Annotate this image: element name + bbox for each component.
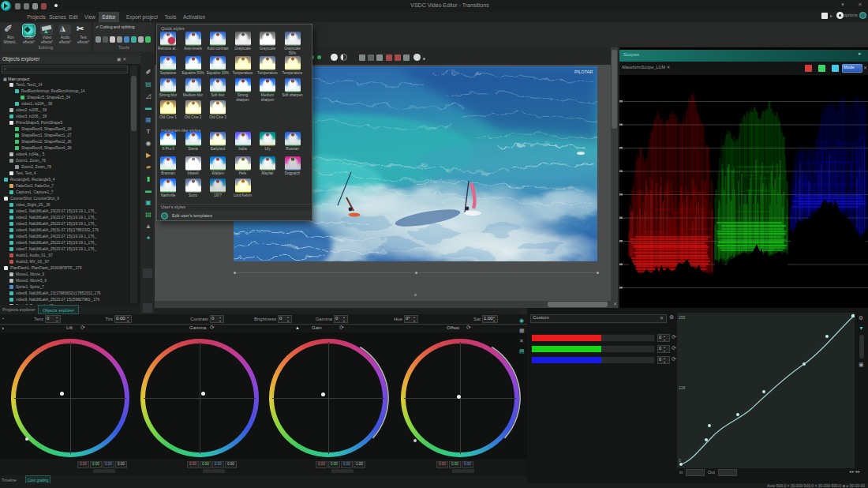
svg-text:PILOTAR: PILOTAR — [574, 69, 593, 74]
svg-text:0: 0 — [679, 458, 681, 463]
svg-text:128: 128 — [679, 385, 686, 390]
svg-text:255: 255 — [679, 315, 686, 320]
